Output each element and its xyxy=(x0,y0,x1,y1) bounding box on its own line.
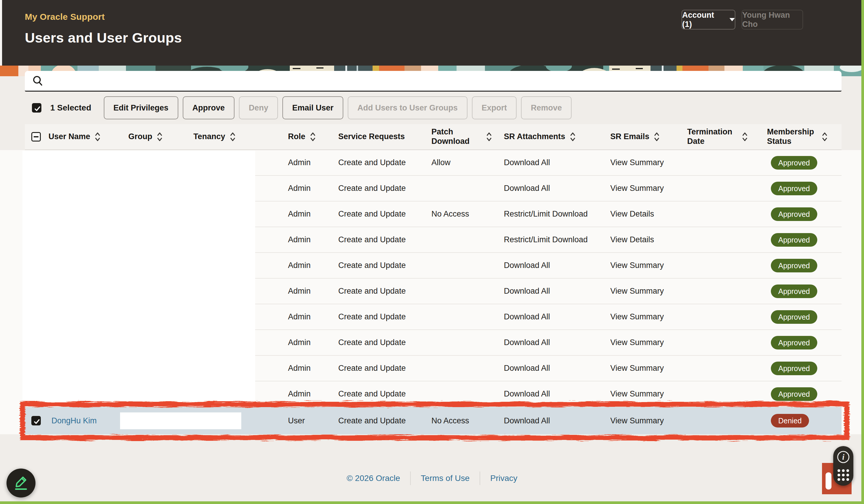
column-header-role[interactable]: Role xyxy=(284,132,334,142)
annotation-pencil-button[interactable] xyxy=(7,469,35,497)
cell-membership-status: Approved xyxy=(763,259,841,272)
search-icon xyxy=(33,75,44,87)
cell-sr-attachments: Download All xyxy=(500,312,606,321)
column-label: Termination Date xyxy=(687,127,737,146)
page-title: Users and User Groups xyxy=(25,29,182,46)
status-badge: Approved xyxy=(771,207,817,221)
user-name-button[interactable]: Young Hwan Cho xyxy=(742,10,803,29)
user-name-button-label: Young Hwan Cho xyxy=(742,11,803,29)
status-badge: Approved xyxy=(771,387,817,401)
footer-link-terms-of-use[interactable]: Terms of Use xyxy=(411,474,480,483)
pencil-icon xyxy=(12,474,30,492)
status-badge: Approved xyxy=(771,259,817,272)
sort-icon[interactable] xyxy=(821,132,828,142)
info-icon[interactable]: i xyxy=(836,450,850,464)
toolbar-button-edit-privileges[interactable]: Edit Privileges xyxy=(104,96,178,119)
cell-sr-attachments: Download All xyxy=(500,416,606,426)
cell-membership-status: Approved xyxy=(763,361,841,375)
row-checkbox[interactable] xyxy=(31,416,41,426)
cell-role: Admin xyxy=(284,364,334,373)
selection-toolbar: 1 Selected Edit PrivilegesApproveDenyEma… xyxy=(25,91,841,124)
app-grid-icon[interactable] xyxy=(837,468,850,482)
status-badge: Approved xyxy=(771,182,817,195)
redaction-overlay-group xyxy=(120,413,241,429)
cell-sr-emails: View Summary xyxy=(606,312,683,321)
status-badge: Denied xyxy=(771,414,809,428)
cell-sr-emails: View Summary xyxy=(606,416,683,426)
table-header-row: User NameGroupTenancyRoleService Request… xyxy=(25,124,841,150)
sort-icon[interactable] xyxy=(229,132,236,142)
column-label: Service Requests xyxy=(338,132,405,142)
column-header-sr-attachments[interactable]: SR Attachments xyxy=(500,132,606,142)
select-summary-checkbox[interactable] xyxy=(32,103,41,113)
cell-sr-attachments: Download All xyxy=(500,261,606,270)
cell-role: Admin xyxy=(284,286,334,296)
share-frame-bottom xyxy=(0,501,864,504)
toolbar-button-remove: Remove xyxy=(521,96,572,119)
sort-icon[interactable] xyxy=(486,132,492,142)
column-label: Role xyxy=(288,132,305,142)
cell-sr-attachments: Download All xyxy=(500,184,606,193)
cell-role: Admin xyxy=(284,235,334,244)
toolbar-button-approve[interactable]: Approve xyxy=(183,96,235,119)
footer-link-privacy[interactable]: Privacy xyxy=(480,474,528,483)
status-badge: Approved xyxy=(771,336,817,349)
column-label: User Name xyxy=(48,132,90,142)
column-header-termination-date[interactable]: Termination Date xyxy=(683,127,763,146)
column-header-tenancy[interactable]: Tenancy xyxy=(189,132,284,142)
app-header: My Oracle Support Users and User Groups … xyxy=(0,0,864,65)
sort-icon[interactable] xyxy=(156,132,163,142)
redaction-overlay xyxy=(23,151,255,406)
chevron-down-icon xyxy=(730,18,735,21)
window-edge xyxy=(0,0,2,65)
check-icon xyxy=(33,418,41,426)
cell-role: Admin xyxy=(284,312,334,321)
sort-icon[interactable] xyxy=(569,132,576,142)
search-input[interactable] xyxy=(49,72,841,90)
check-icon xyxy=(34,105,41,113)
sort-icon[interactable] xyxy=(742,132,748,142)
cell-sr-emails: View Summary xyxy=(606,261,683,270)
column-label: Patch Download xyxy=(431,127,482,146)
sort-icon[interactable] xyxy=(310,132,316,142)
cell-service-requests: Create and Update xyxy=(334,286,427,296)
cell-sr-emails: View Details xyxy=(606,235,683,244)
footer-link-2026-oracle[interactable]: © 2026 Oracle xyxy=(336,474,410,483)
column-header-service-requests: Service Requests xyxy=(334,132,427,142)
status-badge: Approved xyxy=(771,361,817,375)
cell-membership-status: Approved xyxy=(763,207,841,221)
cell-membership-status: Approved xyxy=(763,387,841,401)
column-header-group[interactable]: Group xyxy=(124,132,189,142)
cell-sr-emails: View Details xyxy=(606,209,683,219)
account-dropdown-button[interactable]: Account (1) xyxy=(682,10,735,29)
search-bar[interactable] xyxy=(25,71,841,91)
toolbar-button-export: Export xyxy=(472,96,517,119)
cell-membership-status: Approved xyxy=(763,284,841,298)
cell-sr-attachments: Download All xyxy=(500,158,606,167)
cell-membership-status: Approved xyxy=(763,182,841,195)
toolbar-button-email-user[interactable]: Email User xyxy=(283,96,343,119)
select-all-cell xyxy=(25,132,44,142)
cell-patch-download: Allow xyxy=(427,158,500,167)
user-name-link[interactable]: DongHu Kim xyxy=(44,416,124,426)
cell-sr-emails: View Summary xyxy=(606,338,683,347)
cell-patch-download: No Access xyxy=(427,416,500,426)
sort-icon[interactable] xyxy=(653,132,660,142)
select-all-checkbox[interactable] xyxy=(31,132,41,142)
column-label: Group xyxy=(128,132,152,142)
toolbar-button-deny: Deny xyxy=(239,96,278,119)
column-header-user-name[interactable]: User Name xyxy=(44,132,124,142)
cell-service-requests: Create and Update xyxy=(334,261,427,270)
cell-sr-attachments: Download All xyxy=(500,389,606,398)
cell-sr-emails: View Summary xyxy=(606,158,683,167)
column-header-sr-emails[interactable]: SR Emails xyxy=(606,132,683,142)
cell-role: Admin xyxy=(284,158,334,167)
cell-service-requests: Create and Update xyxy=(334,416,427,426)
cell-service-requests: Create and Update xyxy=(334,184,427,193)
column-header-patch-download[interactable]: Patch Download xyxy=(427,127,500,146)
table-row-selected[interactable]: DongHu KimUserCreate and UpdateNo Access… xyxy=(25,407,841,434)
sort-icon[interactable] xyxy=(94,132,101,142)
cell-membership-status: Approved xyxy=(763,336,841,349)
account-dropdown-label: Account (1) xyxy=(682,11,725,29)
column-header-membership-status[interactable]: Membership Status xyxy=(763,127,841,146)
